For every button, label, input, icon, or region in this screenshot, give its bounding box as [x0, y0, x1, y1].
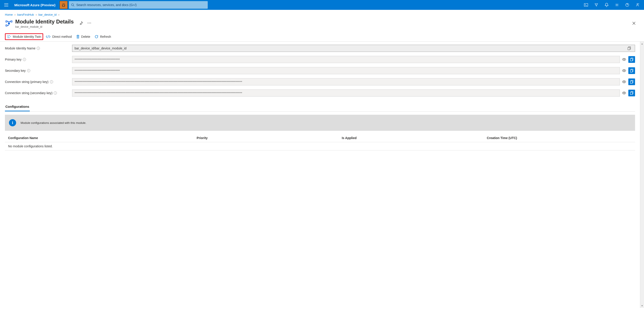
scroll-down-icon[interactable]: ▼	[641, 304, 643, 308]
conn-secondary-value[interactable]: ****************************************…	[72, 89, 620, 97]
toolbar: Module Identity Twin Direct method Delet…	[0, 31, 644, 41]
page-header: Module Identity Details bar_device_modul…	[0, 18, 644, 29]
info-icon[interactable]: i	[54, 91, 57, 95]
info-icon[interactable]: i	[50, 80, 53, 83]
svg-point-8	[88, 23, 88, 23]
module-name-text: bar_device_id/bar_device_module_id	[74, 46, 126, 50]
chevron-right-icon: ›	[58, 13, 59, 16]
field-label-module-name: Module Identity Name i	[5, 46, 72, 50]
table-header: Configuration Name Priority Is Applied C…	[5, 134, 635, 142]
field-label-conn-secondary: Connection string (secondary key) i	[5, 91, 72, 95]
conn-primary-value[interactable]: ****************************************…	[72, 78, 620, 85]
cloud-shell-icon[interactable]	[581, 0, 591, 9]
toolbar-label: Refresh	[100, 35, 111, 38]
primary-key-value[interactable]: ****************************************	[72, 56, 620, 63]
col-config-name[interactable]: Configuration Name	[8, 136, 197, 140]
brand-label[interactable]: Microsoft Azure (Preview)	[12, 3, 58, 7]
svg-rect-2	[584, 3, 588, 6]
breadcrumb-hub[interactable]: barsFirstHub	[17, 13, 34, 16]
delete-button[interactable]: Delete	[74, 33, 92, 40]
col-is-applied[interactable]: Is Applied	[342, 136, 487, 140]
reveal-icon[interactable]	[621, 56, 627, 62]
reveal-icon[interactable]	[621, 90, 627, 96]
info-banner: i Module configurations associated with …	[5, 115, 635, 131]
search-icon	[71, 3, 74, 7]
svg-point-0	[62, 4, 64, 7]
svg-rect-27	[630, 92, 632, 95]
col-priority[interactable]: Priority	[197, 136, 342, 140]
scroll-up-icon[interactable]: ▲	[641, 41, 643, 46]
svg-point-1	[72, 3, 74, 5]
toolbar-label: Module Identity Twin	[13, 35, 41, 38]
topbar-actions	[581, 0, 642, 9]
svg-point-22	[624, 81, 624, 82]
secondary-key-value[interactable]: ****************************************	[72, 67, 620, 74]
section-tabs: Configurations	[5, 103, 635, 112]
field-label-primary-key: Primary key i	[5, 58, 72, 61]
info-icon: i	[9, 119, 16, 126]
reveal-icon[interactable]	[621, 68, 627, 73]
empty-message: No module configurations listed.	[8, 144, 197, 148]
chevron-right-icon: ›	[14, 13, 16, 16]
svg-point-9	[89, 23, 90, 23]
close-icon[interactable]	[630, 20, 637, 27]
bug-icon[interactable]	[60, 1, 68, 9]
pin-icon[interactable]	[78, 20, 84, 26]
svg-point-13	[9, 37, 10, 38]
filter-icon[interactable]	[592, 0, 601, 9]
copy-button[interactable]	[628, 78, 635, 85]
copy-icon[interactable]	[626, 45, 632, 52]
field-label-secondary-key: Secondary key i	[5, 69, 72, 72]
chevron-right-icon: ›	[36, 13, 36, 16]
copy-button[interactable]	[628, 90, 635, 96]
col-creation-time[interactable]: Creation Time (UTC)	[487, 136, 632, 140]
svg-point-7	[8, 22, 10, 24]
svg-rect-24	[630, 81, 632, 83]
menu-icon[interactable]	[2, 0, 11, 9]
svg-point-19	[624, 70, 624, 71]
breadcrumb-device[interactable]: bar_device_id	[38, 13, 57, 16]
search-input[interactable]	[76, 3, 206, 7]
tab-configurations[interactable]: Configurations	[5, 103, 30, 111]
module-name-input[interactable]: bar_device_id/bar_device_module_id	[72, 45, 635, 52]
svg-point-12	[10, 36, 11, 37]
settings-icon[interactable]	[612, 0, 622, 9]
page-subtitle: bar_device_module_id	[15, 25, 74, 28]
svg-point-5	[627, 5, 627, 6]
direct-method-button[interactable]: Direct method	[44, 33, 74, 40]
info-banner-text: Module configurations associated with th…	[20, 121, 86, 125]
field-label-conn-primary: Connection string (primary key) i	[5, 80, 72, 84]
help-icon[interactable]	[622, 0, 632, 9]
svg-rect-18	[630, 59, 632, 61]
svg-point-3	[616, 4, 617, 5]
page-title: Module Identity Details	[15, 18, 74, 25]
svg-rect-15	[628, 47, 630, 50]
topbar: Microsoft Azure (Preview)	[0, 0, 644, 10]
svg-point-10	[90, 23, 91, 23]
toolbar-label: Direct method	[52, 35, 72, 38]
svg-point-6	[637, 3, 638, 5]
content-area: Module Identity Name i bar_device_id/bar…	[0, 41, 640, 308]
breadcrumb: Home › barsFirstHub › bar_device_id ›	[0, 10, 644, 18]
svg-point-16	[624, 59, 624, 60]
copy-button[interactable]	[628, 67, 635, 74]
breadcrumb-home[interactable]: Home	[5, 13, 13, 16]
svg-rect-21	[630, 70, 632, 72]
notifications-icon[interactable]	[602, 0, 611, 9]
reveal-icon[interactable]	[621, 79, 627, 85]
info-icon[interactable]: i	[27, 69, 30, 72]
module-identity-twin-button[interactable]: Module Identity Twin	[5, 33, 43, 40]
copy-button[interactable]	[628, 56, 635, 63]
svg-point-11	[10, 35, 10, 36]
config-table: Configuration Name Priority Is Applied C…	[5, 134, 635, 150]
scrollbar[interactable]: ▲ ▼	[640, 41, 644, 308]
more-icon[interactable]	[86, 20, 92, 26]
info-icon[interactable]: i	[37, 47, 40, 50]
toolbar-label: Delete	[81, 35, 90, 38]
svg-point-25	[624, 93, 624, 93]
refresh-button[interactable]: Refresh	[93, 33, 113, 40]
search-box[interactable]	[69, 1, 208, 9]
feedback-icon[interactable]	[633, 0, 642, 9]
info-icon[interactable]: i	[23, 58, 26, 61]
table-row-empty: No module configurations listed.	[5, 142, 635, 150]
